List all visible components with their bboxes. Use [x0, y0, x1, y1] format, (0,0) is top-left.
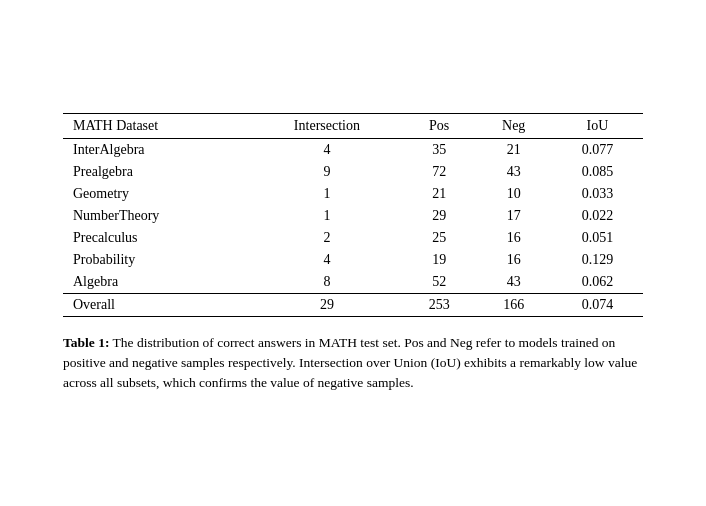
cell-neg: 16	[475, 249, 552, 271]
table-wrapper: MATH Dataset Intersection Pos Neg IoU In…	[63, 113, 643, 317]
cell-pos: 52	[403, 271, 475, 294]
cell-neg: 166	[475, 293, 552, 316]
cell-intersection: 4	[251, 138, 403, 161]
table-row: NumberTheory129170.022	[63, 205, 643, 227]
cell-pos: 19	[403, 249, 475, 271]
table-row: Prealgebra972430.085	[63, 161, 643, 183]
cell-iou: 0.129	[552, 249, 643, 271]
cell-dataset: NumberTheory	[63, 205, 251, 227]
cell-intersection: 4	[251, 249, 403, 271]
col-header-pos: Pos	[403, 113, 475, 138]
table-row: Geometry121100.033	[63, 183, 643, 205]
cell-dataset: Algebra	[63, 271, 251, 294]
cell-dataset: Geometry	[63, 183, 251, 205]
cell-pos: 35	[403, 138, 475, 161]
table-row: Overall292531660.074	[63, 293, 643, 316]
table-row: Probability419160.129	[63, 249, 643, 271]
table-row: Precalculus225160.051	[63, 227, 643, 249]
cell-pos: 253	[403, 293, 475, 316]
cell-neg: 16	[475, 227, 552, 249]
cell-intersection: 1	[251, 205, 403, 227]
cell-neg: 43	[475, 271, 552, 294]
cell-neg: 17	[475, 205, 552, 227]
cell-pos: 21	[403, 183, 475, 205]
cell-pos: 72	[403, 161, 475, 183]
cell-pos: 29	[403, 205, 475, 227]
table-row: InterAlgebra435210.077	[63, 138, 643, 161]
cell-dataset: Precalculus	[63, 227, 251, 249]
cell-intersection: 9	[251, 161, 403, 183]
cell-iou: 0.033	[552, 183, 643, 205]
cell-iou: 0.051	[552, 227, 643, 249]
cell-neg: 21	[475, 138, 552, 161]
cell-intersection: 1	[251, 183, 403, 205]
cell-iou: 0.022	[552, 205, 643, 227]
cell-iou: 0.085	[552, 161, 643, 183]
cell-dataset: InterAlgebra	[63, 138, 251, 161]
cell-neg: 10	[475, 183, 552, 205]
cell-dataset: Probability	[63, 249, 251, 271]
cell-dataset: Prealgebra	[63, 161, 251, 183]
col-header-dataset: MATH Dataset	[63, 113, 251, 138]
cell-intersection: 29	[251, 293, 403, 316]
col-header-iou: IoU	[552, 113, 643, 138]
cell-dataset: Overall	[63, 293, 251, 316]
cell-iou: 0.074	[552, 293, 643, 316]
caption-text: The distribution of correct answers in M…	[63, 335, 637, 391]
col-header-intersection: Intersection	[251, 113, 403, 138]
table-header-row: MATH Dataset Intersection Pos Neg IoU	[63, 113, 643, 138]
cell-neg: 43	[475, 161, 552, 183]
cell-iou: 0.062	[552, 271, 643, 294]
caption-label: Table 1:	[63, 335, 109, 350]
cell-intersection: 2	[251, 227, 403, 249]
cell-pos: 25	[403, 227, 475, 249]
col-header-neg: Neg	[475, 113, 552, 138]
cell-intersection: 8	[251, 271, 403, 294]
data-table: MATH Dataset Intersection Pos Neg IoU In…	[63, 113, 643, 317]
table-caption: Table 1: The distribution of correct ans…	[63, 333, 643, 394]
cell-iou: 0.077	[552, 138, 643, 161]
table-row: Algebra852430.062	[63, 271, 643, 294]
main-container: MATH Dataset Intersection Pos Neg IoU In…	[63, 113, 643, 394]
